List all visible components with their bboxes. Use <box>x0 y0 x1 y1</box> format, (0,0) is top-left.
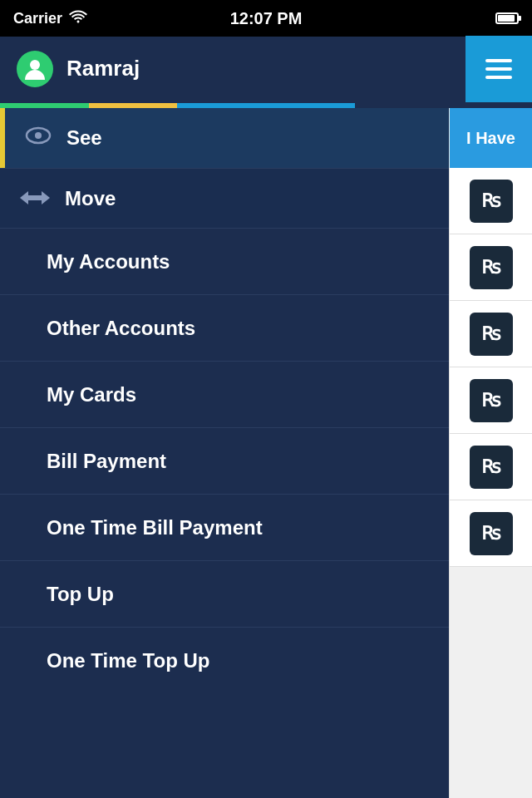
account-icon-3: ₨ <box>470 313 513 356</box>
carrier-label: Carrier <box>13 10 62 27</box>
hamburger-menu-button[interactable] <box>466 36 532 102</box>
right-panel-header-label: I Have <box>466 129 515 148</box>
arrows-icon <box>20 185 50 212</box>
account-icon-2: ₨ <box>470 246 513 289</box>
account-list: ₨ ₨ ₨ ₨ <box>450 168 532 798</box>
sidebar-item-top-up[interactable]: Top Up <box>0 560 449 627</box>
sidebar-item-my-accounts[interactable]: My Accounts <box>0 228 449 294</box>
status-left: Carrier <box>13 10 87 27</box>
header: Ramraj <box>0 37 532 103</box>
status-time: 12:07 PM <box>230 9 303 28</box>
list-item[interactable]: ₨ <box>450 301 532 367</box>
wifi-icon <box>69 10 87 27</box>
account-icon-4: ₨ <box>470 379 513 422</box>
status-right <box>495 12 519 24</box>
account-icon-6: ₨ <box>470 512 513 555</box>
list-item[interactable]: ₨ <box>450 234 532 301</box>
account-icon-5: ₨ <box>470 446 513 489</box>
list-item[interactable]: ₨ <box>450 500 532 567</box>
svg-point-0 <box>30 60 40 70</box>
header-left: Ramraj <box>0 51 466 87</box>
right-panel-header: I Have <box>450 108 532 168</box>
sidebar-item-one-time-top-up[interactable]: One Time Top Up <box>0 627 449 693</box>
sidebar-item-my-cards[interactable]: My Cards <box>0 361 449 427</box>
username-label: Ramraj <box>66 56 140 81</box>
avatar <box>17 51 53 87</box>
svg-point-2 <box>35 132 42 139</box>
right-panel: I Have ₨ ₨ ₨ <box>449 108 532 798</box>
list-item[interactable]: ₨ <box>450 434 532 500</box>
main-content: See Move My Accounts Other Accounts <box>0 108 532 798</box>
eye-icon <box>25 125 52 151</box>
hamburger-icon <box>485 59 512 79</box>
move-label: Move <box>65 187 116 210</box>
sidebar: See Move My Accounts Other Accounts <box>0 108 449 798</box>
sidebar-item-one-time-bill-payment[interactable]: One Time Bill Payment <box>0 494 449 560</box>
see-label: See <box>66 126 102 150</box>
battery-icon <box>495 12 519 24</box>
app-container: Ramraj <box>0 37 532 798</box>
menu-items-list: My Accounts Other Accounts My Cards Bill… <box>0 228 449 798</box>
list-item[interactable]: ₨ <box>450 168 532 234</box>
see-section-header[interactable]: See <box>0 108 449 168</box>
status-bar: Carrier 12:07 PM <box>0 0 532 37</box>
move-section-header[interactable]: Move <box>0 168 449 228</box>
sidebar-item-bill-payment[interactable]: Bill Payment <box>0 427 449 494</box>
list-item[interactable]: ₨ <box>450 367 532 434</box>
account-icon-1: ₨ <box>470 180 513 223</box>
sidebar-item-other-accounts[interactable]: Other Accounts <box>0 294 449 361</box>
